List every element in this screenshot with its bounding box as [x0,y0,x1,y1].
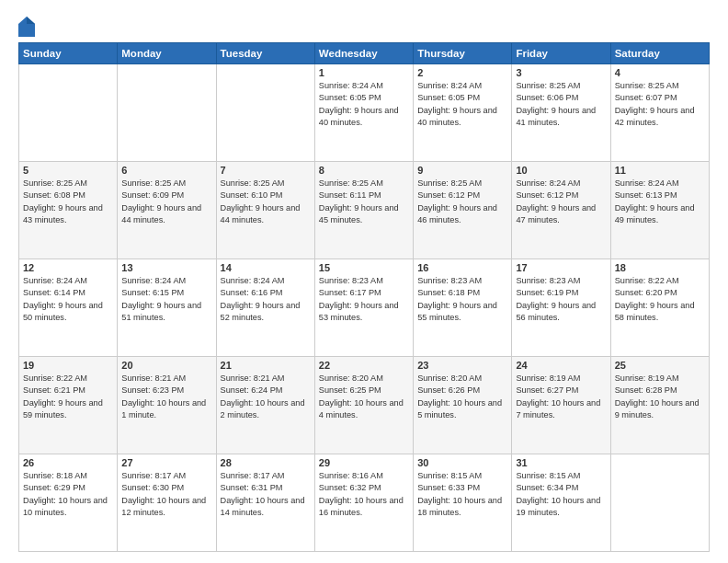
day-cell: 2Sunrise: 8:24 AM Sunset: 6:05 PM Daylig… [414,64,512,162]
day-number: 29 [319,457,409,468]
week-row-1: 1Sunrise: 8:24 AM Sunset: 6:05 PM Daylig… [19,64,710,162]
day-cell: 16Sunrise: 8:23 AM Sunset: 6:18 PM Dayli… [414,259,512,357]
day-info: Sunrise: 8:23 AM Sunset: 6:19 PM Dayligh… [516,275,606,324]
day-cell [118,64,216,162]
day-cell [19,64,118,162]
day-info: Sunrise: 8:20 AM Sunset: 6:25 PM Dayligh… [319,373,409,421]
day-cell: 20Sunrise: 8:21 AM Sunset: 6:23 PM Dayli… [118,357,216,454]
day-number: 5 [23,165,113,176]
week-row-5: 26Sunrise: 8:18 AM Sunset: 6:29 PM Dayli… [19,454,710,552]
day-info: Sunrise: 8:25 AM Sunset: 6:11 PM Dayligh… [319,178,409,226]
day-info: Sunrise: 8:21 AM Sunset: 6:24 PM Dayligh… [221,373,311,421]
day-info: Sunrise: 8:25 AM Sunset: 6:09 PM Dayligh… [121,178,211,226]
day-number: 19 [23,360,113,371]
week-row-4: 19Sunrise: 8:22 AM Sunset: 6:21 PM Dayli… [19,357,710,454]
day-info: Sunrise: 8:24 AM Sunset: 6:05 PM Dayligh… [319,80,409,129]
day-cell: 5Sunrise: 8:25 AM Sunset: 6:08 PM Daylig… [19,162,118,259]
day-cell: 30Sunrise: 8:15 AM Sunset: 6:33 PM Dayli… [414,454,512,552]
col-header-thursday: Thursday [414,43,512,64]
day-cell: 31Sunrise: 8:15 AM Sunset: 6:34 PM Dayli… [512,454,610,552]
day-info: Sunrise: 8:25 AM Sunset: 6:06 PM Dayligh… [516,80,606,129]
day-number: 15 [319,262,409,273]
day-number: 11 [615,165,705,176]
day-cell: 4Sunrise: 8:25 AM Sunset: 6:07 PM Daylig… [610,64,709,162]
day-cell: 6Sunrise: 8:25 AM Sunset: 6:09 PM Daylig… [118,162,216,259]
day-cell: 1Sunrise: 8:24 AM Sunset: 6:05 PM Daylig… [314,64,413,162]
day-cell: 19Sunrise: 8:22 AM Sunset: 6:21 PM Dayli… [19,357,118,454]
day-cell [216,64,314,162]
day-cell: 22Sunrise: 8:20 AM Sunset: 6:25 PM Dayli… [314,357,413,454]
col-header-saturday: Saturday [610,43,709,64]
day-cell: 25Sunrise: 8:19 AM Sunset: 6:28 PM Dayli… [610,357,709,454]
day-info: Sunrise: 8:25 AM Sunset: 6:07 PM Dayligh… [615,80,705,129]
day-cell: 24Sunrise: 8:19 AM Sunset: 6:27 PM Dayli… [512,357,610,454]
day-number: 21 [221,360,311,371]
day-info: Sunrise: 8:20 AM Sunset: 6:26 PM Dayligh… [417,373,507,421]
day-info: Sunrise: 8:22 AM Sunset: 6:20 PM Dayligh… [615,275,705,324]
day-info: Sunrise: 8:18 AM Sunset: 6:29 PM Dayligh… [23,470,113,519]
day-number: 2 [417,67,507,78]
day-cell: 7Sunrise: 8:25 AM Sunset: 6:10 PM Daylig… [216,162,314,259]
day-number: 17 [516,262,606,273]
day-number: 28 [221,457,311,468]
day-cell: 29Sunrise: 8:16 AM Sunset: 6:32 PM Dayli… [314,454,413,552]
day-cell: 8Sunrise: 8:25 AM Sunset: 6:11 PM Daylig… [314,162,413,259]
logo-icon [18,17,35,37]
day-info: Sunrise: 8:15 AM Sunset: 6:34 PM Dayligh… [516,470,606,519]
day-number: 7 [221,165,311,176]
day-info: Sunrise: 8:21 AM Sunset: 6:23 PM Dayligh… [121,373,211,421]
day-info: Sunrise: 8:23 AM Sunset: 6:18 PM Dayligh… [417,275,507,324]
day-cell: 18Sunrise: 8:22 AM Sunset: 6:20 PM Dayli… [610,259,709,357]
day-info: Sunrise: 8:22 AM Sunset: 6:21 PM Dayligh… [23,373,113,421]
col-header-tuesday: Tuesday [216,43,314,64]
day-info: Sunrise: 8:19 AM Sunset: 6:27 PM Dayligh… [516,373,606,421]
day-cell: 21Sunrise: 8:21 AM Sunset: 6:24 PM Dayli… [216,357,314,454]
day-number: 30 [417,457,507,468]
day-info: Sunrise: 8:24 AM Sunset: 6:16 PM Dayligh… [221,275,311,324]
day-info: Sunrise: 8:17 AM Sunset: 6:30 PM Dayligh… [121,470,211,519]
week-row-3: 12Sunrise: 8:24 AM Sunset: 6:14 PM Dayli… [19,259,710,357]
day-cell: 10Sunrise: 8:24 AM Sunset: 6:12 PM Dayli… [512,162,610,259]
day-number: 31 [516,457,606,468]
col-header-sunday: Sunday [19,43,118,64]
day-cell: 11Sunrise: 8:24 AM Sunset: 6:13 PM Dayli… [610,162,709,259]
day-number: 22 [319,360,409,371]
day-number: 26 [23,457,113,468]
day-cell [610,454,709,552]
day-info: Sunrise: 8:23 AM Sunset: 6:17 PM Dayligh… [319,275,409,324]
day-info: Sunrise: 8:15 AM Sunset: 6:33 PM Dayligh… [417,470,507,519]
col-header-monday: Monday [118,43,216,64]
day-info: Sunrise: 8:25 AM Sunset: 6:08 PM Dayligh… [23,178,113,226]
day-number: 18 [615,262,705,273]
day-info: Sunrise: 8:19 AM Sunset: 6:28 PM Dayligh… [615,373,705,421]
day-cell: 27Sunrise: 8:17 AM Sunset: 6:30 PM Dayli… [118,454,216,552]
day-cell: 12Sunrise: 8:24 AM Sunset: 6:14 PM Dayli… [19,259,118,357]
day-number: 14 [221,262,311,273]
day-cell: 23Sunrise: 8:20 AM Sunset: 6:26 PM Dayli… [414,357,512,454]
day-number: 20 [121,360,211,371]
day-number: 24 [516,360,606,371]
day-info: Sunrise: 8:24 AM Sunset: 6:15 PM Dayligh… [121,275,211,324]
logo [18,15,38,37]
day-cell: 9Sunrise: 8:25 AM Sunset: 6:12 PM Daylig… [414,162,512,259]
day-info: Sunrise: 8:24 AM Sunset: 6:12 PM Dayligh… [516,178,606,226]
day-number: 27 [121,457,211,468]
page-header [18,15,710,37]
day-cell: 3Sunrise: 8:25 AM Sunset: 6:06 PM Daylig… [512,64,610,162]
day-info: Sunrise: 8:17 AM Sunset: 6:31 PM Dayligh… [221,470,311,519]
calendar-table: SundayMondayTuesdayWednesdayThursdayFrid… [18,42,710,552]
day-number: 4 [615,67,705,78]
col-header-friday: Friday [512,43,610,64]
col-header-wednesday: Wednesday [314,43,413,64]
day-number: 23 [417,360,507,371]
day-info: Sunrise: 8:16 AM Sunset: 6:32 PM Dayligh… [319,470,409,519]
day-number: 1 [319,67,409,78]
day-number: 6 [121,165,211,176]
day-info: Sunrise: 8:25 AM Sunset: 6:12 PM Dayligh… [417,178,507,226]
day-number: 13 [121,262,211,273]
svg-marker-1 [27,17,35,24]
week-row-2: 5Sunrise: 8:25 AM Sunset: 6:08 PM Daylig… [19,162,710,259]
day-cell: 14Sunrise: 8:24 AM Sunset: 6:16 PM Dayli… [216,259,314,357]
day-cell: 17Sunrise: 8:23 AM Sunset: 6:19 PM Dayli… [512,259,610,357]
day-number: 10 [516,165,606,176]
